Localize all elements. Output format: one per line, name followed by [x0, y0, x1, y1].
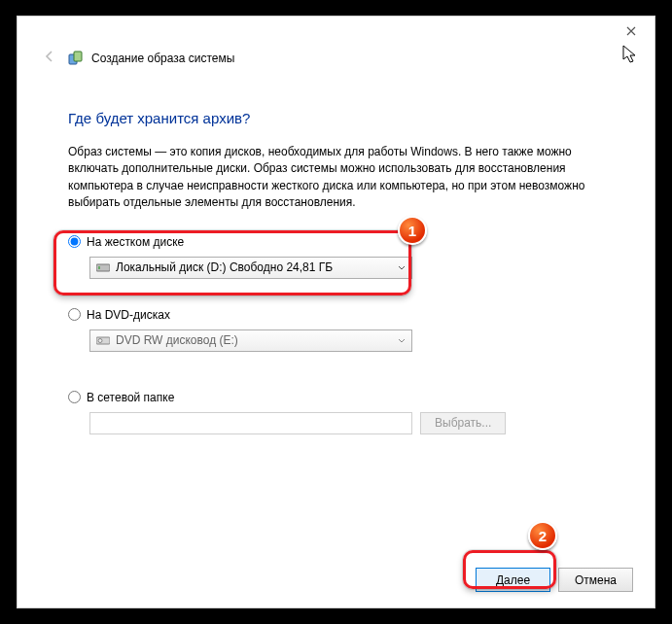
svg-rect-1 — [74, 52, 82, 61]
system-image-icon — [68, 51, 84, 66]
page-heading: Где будет хранится архив? — [68, 110, 604, 126]
page-description: Образ системы — это копия дисков, необхо… — [68, 144, 604, 212]
radio-hard-disk-label: На жестком диске — [87, 235, 184, 249]
radio-network-label: В сетевой папке — [87, 391, 174, 404]
hard-disk-select[interactable]: Локальный диск (D:) Свободно 24,81 ГБ — [89, 257, 412, 279]
header-title: Создание образа системы — [91, 52, 234, 65]
cancel-button[interactable]: Отмена — [558, 568, 633, 592]
chevron-down-icon — [398, 260, 406, 274]
dialog-window: Создание образа системы Где будет хранит… — [17, 16, 655, 608]
footer-buttons: Далее Отмена — [476, 568, 633, 592]
option-network: В сетевой папке Выбрать... — [68, 389, 604, 434]
chevron-down-icon — [398, 333, 406, 347]
option-dvd: На DVD-дисках DVD RW дисковод (E:) — [68, 306, 604, 352]
close-button[interactable] — [612, 18, 651, 44]
back-arrow-icon[interactable] — [39, 48, 60, 69]
titlebar — [18, 17, 654, 46]
dvd-drive-icon — [96, 334, 110, 346]
radio-hard-disk-input[interactable] — [68, 235, 81, 248]
option-hard-disk: На жестком диске Локальный диск (D:) Сво… — [68, 233, 604, 279]
next-button[interactable]: Далее — [476, 568, 550, 592]
close-icon — [626, 26, 636, 36]
header-row: Создание образа системы — [18, 46, 654, 77]
content-area: Где будет хранится архив? Образ системы … — [18, 77, 654, 434]
network-path-input — [89, 412, 412, 434]
hard-disk-select-value: Локальный диск (D:) Свободно 24,81 ГБ — [116, 260, 333, 274]
svg-point-5 — [98, 339, 102, 343]
radio-hard-disk[interactable]: На жестком диске — [68, 233, 604, 251]
radio-dvd[interactable]: На DVD-дисках — [68, 306, 604, 324]
radio-dvd-label: На DVD-дисках — [87, 308, 170, 322]
radio-network-input[interactable] — [68, 391, 81, 403]
radio-network[interactable]: В сетевой папке — [68, 389, 604, 406]
svg-rect-3 — [98, 266, 100, 269]
hard-disk-icon — [96, 261, 110, 273]
radio-dvd-input[interactable] — [68, 308, 81, 321]
dvd-select-value: DVD RW дисковод (E:) — [116, 333, 238, 347]
dvd-select[interactable]: DVD RW дисковод (E:) — [89, 329, 412, 352]
browse-button: Выбрать... — [420, 412, 506, 434]
